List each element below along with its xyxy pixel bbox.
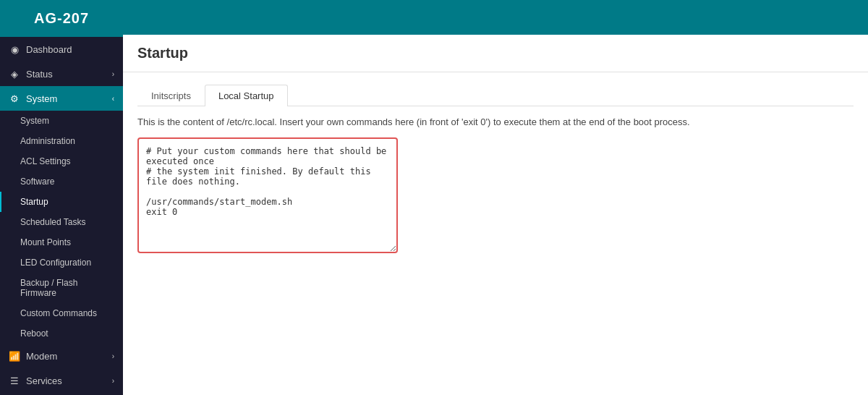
sidebar-sub-startup[interactable]: Startup [0,192,123,212]
sidebar-sub-scheduled-tasks[interactable]: Scheduled Tasks [0,212,123,232]
content-area: Startup Initscripts Local Startup This i… [123,35,868,395]
sidebar-sub-acl-settings[interactable]: ACL Settings [0,151,123,171]
tab-local-startup[interactable]: Local Startup [205,85,288,106]
chevron-right-icon: › [112,377,114,385]
sidebar-item-label: Status [26,69,53,80]
app-logo: AG-207 [0,0,123,37]
tab-initscripts[interactable]: Initscripts [137,85,205,106]
sidebar-sub-reboot[interactable]: Reboot [0,323,123,344]
sidebar: AG-207 ◉ Dashboard ◈ Status › ⚙ System ‹… [0,0,123,395]
gear-icon: ⚙ [9,93,20,104]
services-icon: ☰ [9,375,20,386]
sidebar-item-label: System [26,93,57,104]
page-header: Startup [123,35,868,72]
tabs-bar: Initscripts Local Startup [137,84,854,106]
sidebar-sub-administration[interactable]: Administration [0,131,123,151]
sidebar-item-status[interactable]: ◈ Status › [0,61,123,86]
page-title: Startup [137,45,854,61]
main-content: Startup Initscripts Local Startup This i… [123,0,868,395]
status-icon: ◈ [9,68,20,80]
sidebar-sub-system[interactable]: System [0,111,123,131]
sidebar-item-label: Dashboard [26,44,72,55]
chevron-right-icon: › [112,70,114,78]
sidebar-sub-backup-flash[interactable]: Backup / Flash Firmware [0,273,123,303]
dashboard-icon: ◉ [9,43,20,55]
sidebar-item-modem[interactable]: 📶 Modem › [0,344,123,368]
sidebar-item-dashboard[interactable]: ◉ Dashboard [0,37,123,61]
chevron-right-icon: › [112,352,114,360]
chevron-down-icon: ‹ [112,95,114,103]
modem-icon: 📶 [9,350,20,362]
sidebar-item-label: Services [26,375,62,386]
sidebar-item-services[interactable]: ☰ Services › [0,368,123,393]
sidebar-sub-mount-points[interactable]: Mount Points [0,232,123,252]
sidebar-sub-led-configuration[interactable]: LED Configuration [0,252,123,273]
content-body: Initscripts Local Startup This is the co… [123,72,868,395]
startup-textarea[interactable]: # Put your custom commands here that sho… [137,137,398,253]
sidebar-item-label: Modem [26,351,57,362]
description-text: This is the content of /etc/rc.local. In… [137,116,854,127]
sidebar-sub-custom-commands[interactable]: Custom Commands [0,303,123,323]
sidebar-item-system[interactable]: ⚙ System ‹ [0,86,123,111]
topbar [123,0,868,35]
sidebar-sub-software[interactable]: Software [0,171,123,192]
